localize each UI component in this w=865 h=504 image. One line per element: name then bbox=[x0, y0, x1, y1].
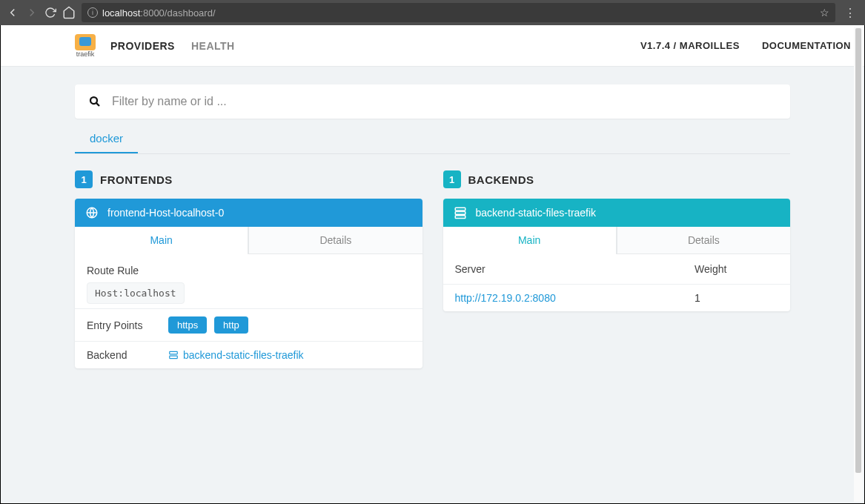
svg-rect-4 bbox=[170, 356, 178, 359]
frontends-count-badge: 1 bbox=[75, 170, 93, 188]
backends-header: 1 BACKENDS bbox=[443, 170, 791, 188]
browser-toolbar: i localhost:8000/dashboard/ ☆ ⋮ bbox=[0, 0, 865, 25]
server-weight: 1 bbox=[683, 285, 790, 312]
nav-documentation[interactable]: DOCUMENTATION bbox=[762, 40, 851, 51]
backend-card-header: backend-static-files-traefik bbox=[443, 199, 791, 227]
svg-rect-3 bbox=[170, 351, 178, 354]
col-server: Server bbox=[443, 254, 683, 285]
url-host: localhost bbox=[102, 7, 140, 19]
backend-tab-main[interactable]: Main bbox=[443, 227, 617, 254]
frontend-tab-details[interactable]: Details bbox=[248, 227, 422, 254]
entry-point-chip: http bbox=[214, 316, 248, 334]
url-path: :8000/dashboard/ bbox=[140, 7, 215, 19]
frontend-tab-main[interactable]: Main bbox=[75, 227, 248, 254]
table-row: http://172.19.0.2:8080 1 bbox=[443, 285, 791, 312]
svg-point-0 bbox=[90, 97, 97, 104]
filter-box bbox=[75, 84, 790, 119]
backend-tab-details[interactable]: Details bbox=[617, 227, 790, 254]
frontend-card-header: frontend-Host-localhost-0 bbox=[75, 199, 422, 227]
col-weight: Weight bbox=[683, 254, 790, 285]
filter-input[interactable] bbox=[112, 95, 777, 108]
svg-rect-7 bbox=[455, 208, 465, 210]
traefik-logo-text: traefik bbox=[76, 50, 95, 58]
entry-point-chip: https bbox=[168, 316, 207, 334]
svg-line-1 bbox=[96, 103, 99, 106]
provider-tabs: docker bbox=[75, 125, 790, 154]
browser-menu-icon[interactable]: ⋮ bbox=[841, 6, 859, 20]
backends-title: BACKENDS bbox=[468, 173, 534, 186]
nav-version[interactable]: V1.7.4 / MAROILLES bbox=[640, 40, 740, 51]
app-navbar: traefik PROVIDERS HEALTH V1.7.4 / MAROIL… bbox=[1, 25, 864, 67]
home-icon[interactable] bbox=[62, 6, 76, 19]
svg-rect-8 bbox=[455, 212, 465, 215]
traefik-logo-icon bbox=[75, 34, 96, 50]
backend-link-text: backend-static-files-traefik bbox=[183, 349, 304, 361]
backend-link[interactable]: backend-static-files-traefik bbox=[168, 349, 304, 361]
url-bar[interactable]: i localhost:8000/dashboard/ ☆ bbox=[82, 3, 835, 22]
server-icon bbox=[168, 350, 179, 360]
backend-label: Backend bbox=[87, 349, 168, 361]
backends-count-badge: 1 bbox=[443, 170, 461, 188]
server-icon bbox=[454, 206, 467, 219]
route-rule-value: Host:localhost bbox=[87, 282, 185, 304]
route-rule-label: Route Rule bbox=[87, 265, 411, 276]
provider-tab-docker[interactable]: docker bbox=[75, 125, 138, 153]
frontends-header: 1 FRONTENDS bbox=[75, 170, 422, 188]
svg-rect-9 bbox=[455, 216, 465, 219]
back-icon[interactable] bbox=[6, 6, 19, 19]
backend-servers-table: Server Weight http://172.19.0.2:8080 1 bbox=[443, 254, 791, 311]
nav-health[interactable]: HEALTH bbox=[191, 40, 235, 52]
vertical-scrollbar[interactable] bbox=[854, 27, 863, 502]
nav-providers[interactable]: PROVIDERS bbox=[110, 40, 175, 52]
globe-icon bbox=[85, 206, 99, 219]
traefik-logo[interactable]: traefik bbox=[75, 34, 96, 58]
reload-icon[interactable] bbox=[44, 7, 56, 19]
server-url-link[interactable]: http://172.19.0.2:8080 bbox=[455, 292, 556, 304]
frontends-title: FRONTENDS bbox=[100, 173, 173, 186]
backend-card: backend-static-files-traefik Main Detail… bbox=[443, 199, 791, 311]
entry-points-label: Entry Points bbox=[87, 319, 168, 331]
scrollbar-thumb[interactable] bbox=[855, 28, 861, 473]
frontend-card: frontend-Host-localhost-0 Main Details R… bbox=[75, 199, 422, 368]
info-icon[interactable]: i bbox=[87, 7, 98, 18]
search-icon bbox=[88, 95, 102, 108]
frontend-card-title: frontend-Host-localhost-0 bbox=[107, 207, 224, 219]
bookmark-star-icon[interactable]: ☆ bbox=[820, 7, 829, 19]
forward-icon[interactable] bbox=[25, 6, 39, 19]
backend-card-title: backend-static-files-traefik bbox=[476, 207, 597, 219]
page-viewport: traefik PROVIDERS HEALTH V1.7.4 / MAROIL… bbox=[0, 25, 865, 504]
